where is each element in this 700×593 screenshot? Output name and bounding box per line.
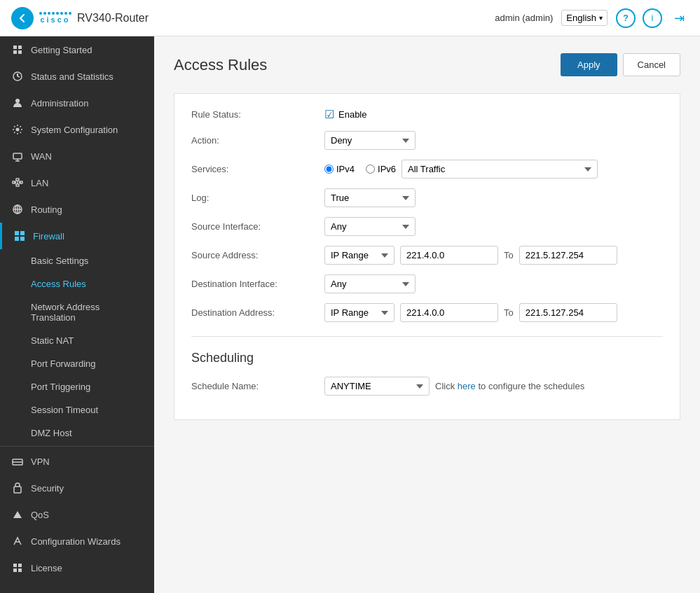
ipv4-radio[interactable] <box>324 165 334 174</box>
svg-rect-27 <box>14 487 21 493</box>
svg-rect-21 <box>15 231 19 235</box>
sidebar-sub-item-port-forwarding[interactable]: Port Forwarding <box>0 352 154 375</box>
sidebar-item-routing[interactable]: Routing <box>0 196 154 223</box>
svg-marker-28 <box>13 511 22 518</box>
ipv6-label[interactable]: IPv6 <box>378 164 396 174</box>
sidebar-sub-item-access-rules[interactable]: Access Rules <box>0 272 154 295</box>
sidebar-label: Firewall <box>33 231 64 242</box>
services-label: Services: <box>191 164 324 174</box>
action-select[interactable]: Allow Deny <box>324 131 416 150</box>
header: cisco RV340-Router admin (admin) English… <box>0 0 700 36</box>
source-address-type-select[interactable]: Any Single IP Range Subnet <box>324 246 394 265</box>
info-button[interactable]: i <box>643 8 662 28</box>
sidebar-sub-item-port-triggering[interactable]: Port Triggering <box>0 375 154 398</box>
security-icon <box>11 482 24 494</box>
sidebar-sub-item-nat[interactable]: Network Address Translation <box>0 295 154 329</box>
sidebar-item-config-wizards[interactable]: Configuration Wizards <box>0 528 154 554</box>
status-icon <box>11 70 24 83</box>
sidebar-item-system-config[interactable]: System Configuration <box>0 116 154 143</box>
sidebar-sub-item-session-timeout[interactable]: Session Timeout <box>0 398 154 421</box>
sidebar-label: Security <box>31 483 64 494</box>
ipv4-label[interactable]: IPv4 <box>336 164 355 174</box>
ipv6-radio[interactable] <box>366 165 375 174</box>
language-value: English <box>566 13 596 23</box>
log-select[interactable]: True False <box>324 188 416 207</box>
sidebar-item-vpn[interactable]: VPN <box>0 448 154 475</box>
destination-to-label: To <box>504 307 514 318</box>
language-selector[interactable]: English ▾ <box>561 10 608 26</box>
source-address-to-input[interactable] <box>519 246 617 265</box>
form-divider <box>191 336 663 337</box>
destination-interface-select[interactable]: Any WAN1 WAN2 LAN <box>324 274 416 293</box>
rule-status-checkbox-label[interactable]: Enable <box>338 109 366 120</box>
schedule-hint-text: Click here to configure the schedules <box>435 381 584 391</box>
sidebar-item-license[interactable]: License <box>0 554 154 581</box>
destination-address-control: Any Single IP Range Subnet To <box>324 303 617 322</box>
sidebar-sub-item-basic-settings[interactable]: Basic Settings <box>0 249 154 272</box>
lan-icon <box>11 176 24 189</box>
getting-started-icon <box>11 43 24 56</box>
action-row: Action: Allow Deny <box>191 131 663 150</box>
sidebar-item-firewall[interactable]: Firewall <box>0 223 154 249</box>
svg-rect-1 <box>18 46 22 49</box>
wan-icon <box>11 150 24 162</box>
sidebar-item-lan[interactable]: LAN <box>0 169 154 196</box>
source-ip-range-group: Any Single IP Range Subnet To <box>324 246 617 265</box>
schedule-here-link[interactable]: here <box>458 381 476 391</box>
svg-rect-11 <box>16 179 19 181</box>
page-title: Access Rules <box>174 56 267 74</box>
services-traffic-select[interactable]: All Traffic <box>402 160 598 179</box>
back-button[interactable] <box>11 7 34 29</box>
svg-rect-22 <box>20 231 25 235</box>
sidebar-item-status[interactable]: Status and Statistics <box>0 63 154 90</box>
sidebar-item-qos[interactable]: QoS <box>0 501 154 528</box>
sidebar-sub-item-static-nat[interactable]: Static NAT <box>0 329 154 352</box>
vpn-icon <box>11 455 24 468</box>
services-control: IPv4 IPv6 All Traffic <box>324 160 598 179</box>
sidebar-label: System Configuration <box>31 125 118 135</box>
source-interface-control: Any WAN1 WAN2 LAN <box>324 217 416 236</box>
source-address-from-input[interactable] <box>400 246 498 265</box>
svg-rect-2 <box>13 50 17 54</box>
destination-interface-row: Destination Interface: Any WAN1 WAN2 LAN <box>191 274 663 293</box>
sidebar-item-security[interactable]: Security <box>0 475 154 501</box>
svg-rect-33 <box>18 568 22 572</box>
header-icons: ? i ⇥ <box>616 8 689 28</box>
source-interface-row: Source Interface: Any WAN1 WAN2 LAN <box>191 217 663 236</box>
help-button[interactable]: ? <box>616 8 636 28</box>
svg-rect-7 <box>13 153 22 159</box>
destination-address-to-input[interactable] <box>519 303 617 322</box>
log-label: Log: <box>191 193 324 203</box>
destination-address-from-input[interactable] <box>400 303 498 322</box>
cancel-button[interactable]: Cancel <box>623 53 680 76</box>
schedule-name-row: Schedule Name: ANYTIME Custom Click here… <box>191 377 663 396</box>
source-interface-select[interactable]: Any WAN1 WAN2 LAN <box>324 217 416 236</box>
sidebar-label: VPN <box>31 456 50 467</box>
sidebar-item-wan[interactable]: WAN <box>0 143 154 169</box>
ipv4-radio-item: IPv4 <box>324 164 355 174</box>
sidebar-item-administration[interactable]: Administration <box>0 90 154 116</box>
apply-button[interactable]: Apply <box>561 53 617 76</box>
schedule-name-select[interactable]: ANYTIME Custom <box>324 377 430 396</box>
sidebar-item-getting-started[interactable]: Getting Started <box>0 36 154 63</box>
destination-address-type-select[interactable]: Any Single IP Range Subnet <box>324 303 394 322</box>
destination-address-row: Destination Address: Any Single IP Range… <box>191 303 663 322</box>
sidebar-label: LAN <box>31 178 48 188</box>
sub-label: Static NAT <box>31 335 74 346</box>
sidebar-sub-item-dmz-host[interactable]: DMZ Host <box>0 421 154 445</box>
routing-icon <box>11 203 24 216</box>
license-icon <box>11 561 24 574</box>
sidebar-label: Status and Statistics <box>31 71 114 82</box>
main-content: Access Rules Apply Cancel Rule Status: ☑… <box>154 36 700 593</box>
sub-label: Port Triggering <box>31 382 90 392</box>
logout-button[interactable]: ⇥ <box>669 8 689 28</box>
logo-area: cisco RV340-Router <box>11 7 149 29</box>
sidebar-label: Administration <box>31 98 88 109</box>
sidebar-label: Configuration Wizards <box>31 536 121 547</box>
svg-rect-3 <box>18 50 22 54</box>
checkbox-checked-icon[interactable]: ☑ <box>324 108 334 121</box>
services-radio-group: IPv4 IPv6 <box>324 164 396 174</box>
sidebar-label: WAN <box>31 151 52 162</box>
sub-label: Access Rules <box>31 279 86 289</box>
rule-status-row: Rule Status: ☑ Enable <box>191 108 663 121</box>
